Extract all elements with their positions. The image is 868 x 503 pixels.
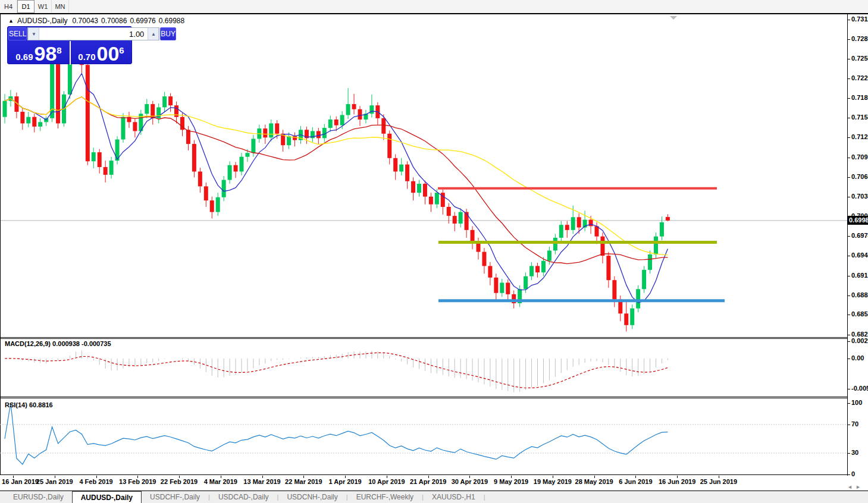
price-axis-label: 0.69440 xyxy=(851,252,868,259)
axis-tick xyxy=(848,158,850,158)
rsi-value: 60.8816 xyxy=(29,401,53,408)
axis-tick xyxy=(848,137,850,138)
sell-button[interactable]: SELL xyxy=(8,27,27,40)
trading-terminal-window: H4D1W1MN ▲AUDUSD-,Daily0.700430.700860.6… xyxy=(0,0,868,503)
chart-tab-usdcnh[interactable]: USDCNH-,Daily xyxy=(278,491,346,503)
chart-tab-usdcad[interactable]: USDCAD-,Daily xyxy=(210,491,277,503)
triangle-down-icon: ▼ xyxy=(32,32,36,37)
sell-price-big: 98 xyxy=(35,45,57,62)
candles xyxy=(3,30,670,332)
axis-tick xyxy=(848,276,850,276)
macd-axis-label: -0.005256 xyxy=(851,385,868,392)
axis-tick xyxy=(848,315,850,315)
scroll-right-icon[interactable]: ► xyxy=(856,484,861,490)
axis-tick xyxy=(848,403,850,404)
chart-tab-usdchf[interactable]: USDCHF-,Daily xyxy=(142,491,208,503)
axis-tick xyxy=(848,474,850,475)
price-axis-label: 0.68825 xyxy=(851,291,868,298)
date-label: 6 Jun 2019 xyxy=(619,478,652,485)
buy-price-base: 0.70 xyxy=(78,52,95,62)
date-label: 10 Apr 2019 xyxy=(368,478,405,485)
axis-tick xyxy=(848,359,850,359)
trade-panel-top-row: SELL ▼ ▲ BUY xyxy=(8,27,131,41)
axis-tick xyxy=(848,256,850,256)
date-label: 22 Mar 2019 xyxy=(285,478,322,485)
buy-button[interactable]: BUY xyxy=(160,27,176,40)
date-label: 13 Feb 2019 xyxy=(119,478,156,485)
axis-tick xyxy=(848,98,850,99)
axis-tick xyxy=(848,335,850,335)
tab-separator: | xyxy=(484,491,485,503)
chart-tab-eurusd[interactable]: EURUSD-,Daily xyxy=(5,491,72,503)
price-axis-label: 0.72505 xyxy=(851,55,868,62)
price-axis-label: 0.72810 xyxy=(851,35,868,42)
price-axis-label: 0.71890 xyxy=(851,94,868,101)
date-axis[interactable]: 16 Jan 201925 Jan 20194 Feb 201913 Feb 2… xyxy=(0,476,847,485)
price-axis-label: 0.68520 xyxy=(851,310,868,317)
buy-price-sup: 6 xyxy=(119,47,124,54)
timeframe-button-h4[interactable]: H4 xyxy=(0,0,17,13)
volume-spinner: ▼ ▲ xyxy=(27,27,159,40)
date-label: 30 Apr 2019 xyxy=(452,478,488,485)
price-axis-label: 0.73115 xyxy=(851,15,868,23)
axis-tick xyxy=(848,78,850,79)
macd-axis-label: 0.002984 xyxy=(851,337,868,344)
sell-price[interactable]: 0.69 98 8 xyxy=(8,41,70,65)
one-click-trading-panel: SELL ▼ ▲ BUY 0.69 98 8 0.70 00 6 xyxy=(7,26,132,64)
rsi-axis-label: 30 xyxy=(851,449,858,456)
axis-tick xyxy=(848,59,850,59)
macd-main-value: 0.000938 xyxy=(52,340,80,347)
price-axis-label: 0.69130 xyxy=(851,272,868,279)
trade-panel-prices: 0.69 98 8 0.70 00 6 xyxy=(8,41,131,65)
date-label: 21 Apr 2019 xyxy=(410,478,446,485)
axis-tick xyxy=(848,197,850,197)
axis-tick xyxy=(848,236,850,237)
macd-label: MACD(12,26,9) 0.000938 -0.000735 xyxy=(5,340,111,347)
timeframe-toolbar: H4D1W1MN xyxy=(0,0,868,14)
price-axis-label: 0.70665 xyxy=(851,173,868,180)
chart-tab-audusd[interactable]: AUDUSD-,Daily xyxy=(72,491,142,503)
timeframe-button-w1[interactable]: W1 xyxy=(35,0,52,13)
date-label: 16 Jun 2019 xyxy=(659,478,695,485)
date-label: 1 Apr 2019 xyxy=(328,478,361,485)
axis-tick xyxy=(848,295,850,296)
chart-tab-eurchf[interactable]: EURCHF-,Weekly xyxy=(348,491,422,503)
rsi-axis-label: 70 xyxy=(851,420,858,427)
current-price-tag: 0.69988 xyxy=(848,216,868,225)
axis-tick xyxy=(848,453,850,454)
sell-price-sup: 8 xyxy=(57,47,61,54)
date-label: 22 Feb 2019 xyxy=(161,478,198,485)
date-label: 19 May 2019 xyxy=(534,478,572,485)
chart-shift-marker-icon[interactable] xyxy=(670,16,677,20)
chart-symbol-label: AUDUSD-,Daily xyxy=(17,17,68,25)
price-axis-label: 0.70360 xyxy=(851,193,868,200)
macd-axis-label: 0.00 xyxy=(851,354,864,361)
timeframe-button-mn[interactable]: MN xyxy=(52,0,69,13)
volume-increase-button[interactable]: ▲ xyxy=(148,28,159,40)
date-label: 9 May 2019 xyxy=(494,478,528,485)
collapse-triangle-icon[interactable]: ▲ xyxy=(8,18,14,24)
price-axis[interactable]: 0.731150.728100.725050.722000.718900.715… xyxy=(847,14,868,476)
chart-canvas[interactable] xyxy=(0,14,847,476)
macd-signal-value: -0.000735 xyxy=(82,340,111,347)
price-axis-label: 0.70970 xyxy=(851,153,868,161)
chart-title: ▲AUDUSD-,Daily0.700430.700860.699760.699… xyxy=(8,17,187,25)
axis-tick xyxy=(848,341,850,342)
quote-high: 0.70086 xyxy=(101,17,127,25)
scroll-left-icon[interactable]: ◄ xyxy=(847,484,853,490)
date-label: 4 Mar 2019 xyxy=(204,478,237,485)
macd-histogram xyxy=(5,350,668,392)
rsi-axis-label: 100 xyxy=(851,399,862,406)
buy-price[interactable]: 0.70 00 6 xyxy=(70,41,131,65)
price-axis-label: 0.72200 xyxy=(851,74,868,81)
rsi-line xyxy=(5,403,668,464)
chart-tab-bar: EURUSD-,DailyAUDUSD-,DailyUSDCHF-,Daily|… xyxy=(0,491,868,503)
horizontal-scrollbar: ◄ ► xyxy=(847,484,861,490)
volume-decrease-button[interactable]: ▼ xyxy=(28,28,39,40)
buy-price-big: 00 xyxy=(97,45,120,62)
timeframe-button-d1[interactable]: D1 xyxy=(17,0,35,13)
volume-input[interactable] xyxy=(39,28,148,40)
triangle-up-icon: ▲ xyxy=(151,32,156,37)
chart-tab-xauusd[interactable]: XAUUSD-,H1 xyxy=(424,491,484,503)
axis-tick xyxy=(848,177,850,178)
